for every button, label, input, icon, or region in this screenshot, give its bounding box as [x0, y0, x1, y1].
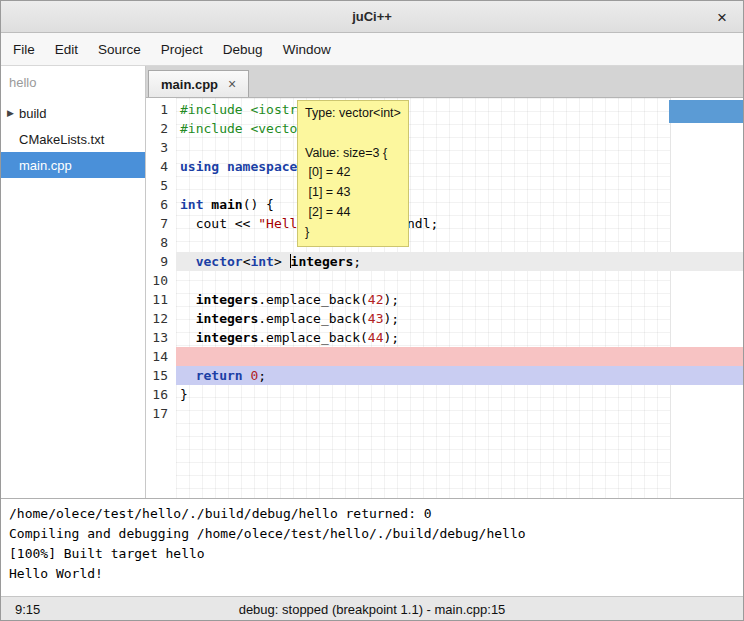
code-text: } [176, 385, 743, 404]
menu-source[interactable]: Source [88, 33, 151, 65]
code-line-9[interactable]: 9 vector<int> integers; [146, 252, 743, 271]
terminal-line: [100%] Built target hello [9, 544, 735, 564]
code-text: integers.emplace_back(42); [176, 290, 743, 309]
line-number: 10 [146, 271, 176, 290]
terminal-line: Compiling and debugging /home/olece/test… [9, 524, 735, 544]
code-text [176, 271, 743, 290]
code-line-1[interactable]: 1#include <iostream> [146, 100, 743, 119]
title-bar: juCi++ × [1, 1, 743, 33]
code-text: integers.emplace_back(44); [176, 328, 743, 347]
tooltip-line: Type: vector<int> [305, 104, 401, 124]
code-line-17[interactable]: 17 [146, 404, 743, 423]
code-text: using namespace std; [176, 157, 743, 176]
code-text: #include <iostream> [176, 100, 743, 119]
code-line-15[interactable]: 15 return 0; [146, 366, 743, 385]
code-line-5[interactable]: 5 [146, 176, 743, 195]
code-text: #include <vector> [176, 119, 743, 138]
scrollbar-indicator[interactable] [669, 100, 743, 123]
debug-status-message: debug: stopped (breakpoint 1.1) - main.c… [239, 602, 506, 617]
terminal-output[interactable]: /home/olece/test/hello/./build/debug/hel… [1, 498, 743, 596]
line-number: 5 [146, 176, 176, 195]
code-line-10[interactable]: 10 [146, 271, 743, 290]
code-line-13[interactable]: 13 integers.emplace_back(44); [146, 328, 743, 347]
sidebar: hello ▶buildCMakeLists.txtmain.cpp [1, 66, 146, 498]
menu-window[interactable]: Window [273, 33, 341, 65]
line-number: 2 [146, 119, 176, 138]
app-window: juCi++ × FileEditSourceProjectDebugWindo… [0, 0, 744, 621]
window-title: juCi++ [352, 9, 392, 24]
code-line-12[interactable]: 12 integers.emplace_back(43); [146, 309, 743, 328]
terminal-line: /home/olece/test/hello/./build/debug/hel… [9, 504, 735, 524]
editor-column: main.cpp × 1#include <iostream>2#include… [146, 66, 743, 498]
tab-bar: main.cpp × [146, 66, 743, 98]
tree-item-main-cpp[interactable]: main.cpp [1, 152, 145, 178]
menu-edit[interactable]: Edit [45, 33, 88, 65]
tree-item-cmakelists-txt[interactable]: CMakeLists.txt [1, 126, 145, 152]
menu-bar: FileEditSourceProjectDebugWindow [1, 33, 743, 66]
code-line-8[interactable]: 8 [146, 233, 743, 252]
tree-item-label: main.cpp [19, 158, 72, 173]
code-editor[interactable]: 1#include <iostream>2#include <vector>34… [146, 98, 743, 498]
code-text [176, 176, 743, 195]
code-line-2[interactable]: 2#include <vector> [146, 119, 743, 138]
code-text: return 0; [176, 366, 743, 385]
debug-value-tooltip: Type: vector<int> Value: size=3 { [0] = … [297, 100, 409, 247]
tooltip-line: [2] = 44 [305, 203, 401, 223]
line-number: 11 [146, 290, 176, 309]
line-number: 16 [146, 385, 176, 404]
line-number: 9 [146, 252, 176, 271]
code-line-16[interactable]: 16} [146, 385, 743, 404]
tab-main-cpp[interactable]: main.cpp × [148, 70, 249, 97]
code-text: vector<int> integers; [176, 252, 743, 271]
tree-item-build[interactable]: ▶build [1, 100, 145, 126]
window-close-icon[interactable]: × [717, 8, 727, 25]
line-number: 17 [146, 404, 176, 423]
code-line-3[interactable]: 3 [146, 138, 743, 157]
tooltip-line: Value: size=3 { [305, 144, 401, 164]
menu-project[interactable]: Project [151, 33, 213, 65]
file-tree: ▶buildCMakeLists.txtmain.cpp [1, 100, 145, 178]
line-number: 13 [146, 328, 176, 347]
code-line-14[interactable]: 14 [146, 347, 743, 366]
line-number: 8 [146, 233, 176, 252]
code-text: integers.emplace_back(43); [176, 309, 743, 328]
tab-label: main.cpp [161, 77, 218, 92]
menu-debug[interactable]: Debug [213, 33, 273, 65]
line-number: 4 [146, 157, 176, 176]
line-number: 12 [146, 309, 176, 328]
tooltip-line [305, 124, 401, 144]
tooltip-line: [0] = 42 [305, 163, 401, 183]
code-text: int main() { [176, 195, 743, 214]
tab-close-icon[interactable]: × [228, 76, 236, 92]
line-number: 1 [146, 100, 176, 119]
code-line-6[interactable]: 6int main() { [146, 195, 743, 214]
code-text: cout << "Hello World!" << endl; [176, 214, 743, 233]
code-text [176, 347, 743, 366]
tree-item-label: CMakeLists.txt [19, 132, 104, 147]
line-number: 14 [146, 347, 176, 366]
status-bar: 9:15 debug: stopped (breakpoint 1.1) - m… [1, 596, 743, 621]
line-number: 15 [146, 366, 176, 385]
expander-icon[interactable]: ▶ [1, 108, 17, 118]
project-name-label: hello [1, 66, 145, 100]
terminal-line: Hello World! [9, 564, 735, 584]
tooltip-line: [1] = 43 [305, 183, 401, 203]
code-text [176, 138, 743, 157]
line-number: 6 [146, 195, 176, 214]
cursor-position-label: 9:15 [15, 602, 40, 617]
tree-item-label: build [19, 106, 46, 121]
tooltip-line: } [305, 223, 401, 243]
code-text [176, 404, 743, 423]
code-line-7[interactable]: 7 cout << "Hello World!" << endl; [146, 214, 743, 233]
menu-file[interactable]: File [3, 33, 45, 65]
code-line-11[interactable]: 11 integers.emplace_back(42); [146, 290, 743, 309]
line-number: 3 [146, 138, 176, 157]
line-number: 7 [146, 214, 176, 233]
code-lines: 1#include <iostream>2#include <vector>34… [146, 98, 743, 423]
code-line-4[interactable]: 4using namespace std; [146, 157, 743, 176]
main-area: hello ▶buildCMakeLists.txtmain.cpp main.… [1, 66, 743, 498]
code-text [176, 233, 743, 252]
